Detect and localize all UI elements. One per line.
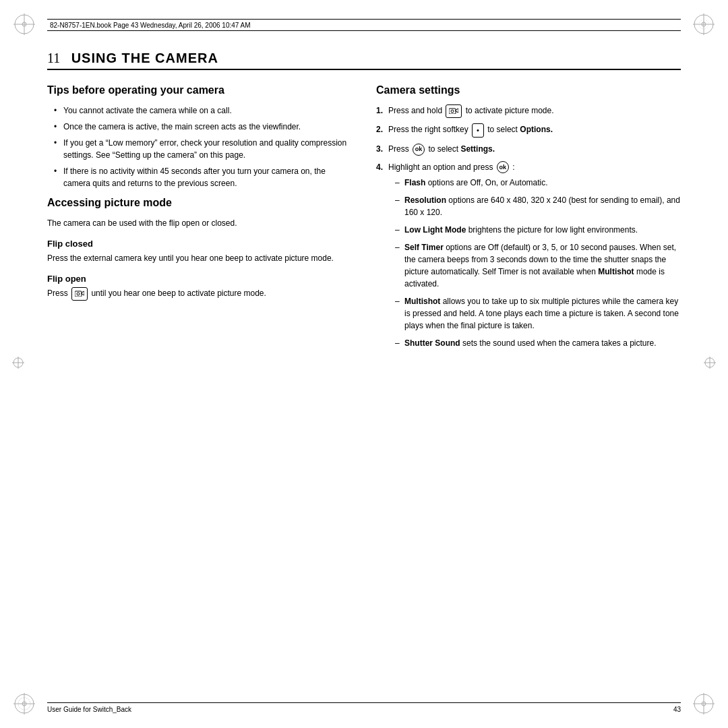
step-4-colon: : [512,162,514,172]
svg-marker-29 [456,109,458,113]
camera-settings-section: Camera settings 1. Press and hold [376,84,681,349]
content-area: 11 USING THE CAMERA Tips before operatin… [47,51,681,691]
camera-settings-title: Camera settings [376,84,681,98]
option-multishot: Multishot allows you to take up to six m… [395,295,681,332]
step-4: 4. Highlight an option and press ok : Fl… [376,161,681,350]
tips-list: You cannot activate the camera while on … [47,104,352,189]
option-shutter-sound: Shutter Sound sets the sound used when t… [395,337,681,349]
chapter-heading: 11 USING THE CAMERA [47,51,681,66]
step-3-num: 3. [376,143,383,155]
flip-open-text-after: until you hear one beep to activate pict… [91,289,266,298]
option-shuttersound-text: sets the sound used when the camera take… [462,338,657,348]
step-1: 1. Press and hold to activate picture mo… [376,104,681,119]
tips-title: Tips before operating your camera [47,84,352,98]
option-resolution: Resolution options are 640 x 480, 320 x … [395,194,681,218]
corner-mark-tr [692,12,716,36]
option-self-timer: Self Timer options are Off (default) or … [395,241,681,290]
option-multishot-term: Multishot [404,297,440,306]
step-3-text-after: to select [428,144,458,154]
option-lowlight-term: Low Light Mode [404,225,466,235]
accessing-intro: The camera can be used with the flip ope… [47,217,352,229]
tip-item-2: Once the camera is active, the main scre… [54,121,352,133]
flip-open-text: Press until you hear one beep to activat… [47,287,352,301]
tip-item-4: If there is no activity within 45 second… [54,165,352,189]
camera-icon-step1 [446,104,462,119]
step-4-text: Highlight an option and press [388,162,493,172]
step-1-text-after: to activate picture mode. [466,106,554,115]
accessing-section: Accessing picture mode The camera can be… [47,196,352,301]
corner-mark-br [692,692,716,716]
option-low-light: Low Light Mode brightens the picture for… [395,224,681,236]
ok-icon-step4: ok [497,161,509,173]
header-bar: 82-N8757-1EN.book Page 43 Wednesday, Apr… [47,19,681,31]
option-flash-term: Flash [404,178,425,187]
option-resolution-term: Resolution [404,195,446,205]
flip-open-text-before: Press [47,289,68,298]
side-mark-right [704,357,716,371]
header-file-info: 82-N8757-1EN.book Page 43 Wednesday, Apr… [50,22,251,29]
right-column: Camera settings 1. Press and hold [376,84,681,355]
options-list: Flash options are Off, On, or Automatic.… [388,177,681,349]
step-3-text-before: Press [388,144,409,154]
svg-marker-26 [82,291,84,295]
option-selftimer-term: Self Timer [404,243,444,252]
option-lowlight-text: brightens the picture for low light envi… [468,225,638,235]
step-2: 2. Press the right softkey • to select O… [376,123,681,138]
footer-left: User Guide for Switch_Back [47,706,131,713]
step-2-text-before: Press the right softkey [388,125,468,135]
option-flash: Flash options are Off, On, or Automatic. [395,177,681,189]
camera-settings-steps: 1. Press and hold to activate picture mo… [376,104,681,350]
chapter-number: 11 [47,51,60,65]
step-2-bold: Options. [520,125,553,135]
step-1-text-before: Press and hold [388,106,442,115]
tip-item-1: You cannot activate the camera while on … [54,104,352,117]
option-flash-text: options are Off, On, or Automatic. [428,178,548,187]
step-2-text-after: to select [487,125,518,135]
corner-mark-tl [12,12,36,36]
chapter-rule [47,69,681,70]
chapter-title: USING THE CAMERA [63,51,218,65]
left-column: Tips before operating your camera You ca… [47,84,352,355]
side-mark-left [12,357,24,371]
option-resolution-text: options are 640 x 480, 320 x 240 (best f… [404,195,680,217]
svg-point-30 [451,110,454,113]
ok-icon-step3: ok [413,144,425,156]
svg-point-27 [77,293,80,295]
tips-section: Tips before operating your camera You ca… [47,84,352,189]
option-selftimer-text: options are Off (default) or 3, 5, or 10… [404,243,676,289]
page: 82-N8757-1EN.book Page 43 Wednesday, Apr… [0,0,728,728]
option-multishot-text: allows you to take up to six multiple pi… [404,297,679,330]
step-4-num: 4. [376,161,383,173]
dot-icon-step2: • [472,123,484,138]
two-column-layout: Tips before operating your camera You ca… [47,84,681,355]
flip-closed-title: Flip closed [47,239,352,249]
flip-open-title: Flip open [47,274,352,284]
camera-icon-flip-open [71,287,88,301]
tip-item-3: If you get a “Low memory” error, check y… [54,137,352,161]
footer: User Guide for Switch_Back 43 [47,702,681,713]
flip-closed-text: Press the external camera key until you … [47,252,352,264]
svg-rect-25 [75,291,82,297]
svg-rect-28 [449,109,456,114]
step-3-bold: Settings. [460,144,495,154]
accessing-title: Accessing picture mode [47,196,352,210]
step-3: 3. Press ok to select Settings. [376,143,681,156]
step-2-num: 2. [376,123,383,135]
step-1-num: 1. [376,104,383,117]
corner-mark-bl [12,692,36,716]
option-shuttersound-term: Shutter Sound [404,338,460,348]
footer-right: 43 [673,706,681,713]
